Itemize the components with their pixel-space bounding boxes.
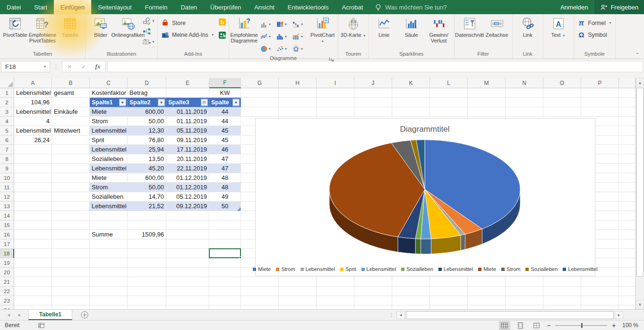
cell-C20[interactable] bbox=[90, 268, 128, 277]
cell-A14[interactable] bbox=[14, 211, 52, 220]
cell-C17[interactable] bbox=[90, 239, 128, 249]
cell-F1[interactable]: KW bbox=[209, 88, 241, 98]
filter-button-spalte[interactable]: ▼ bbox=[232, 99, 240, 106]
cell-K21[interactable] bbox=[392, 277, 430, 287]
histogram-chart-button[interactable]: ▼ bbox=[276, 30, 292, 42]
cell-E4[interactable]: 01.11.2019 bbox=[166, 117, 209, 126]
cell-L2[interactable] bbox=[430, 98, 468, 107]
row-header-5[interactable]: 5 bbox=[0, 126, 14, 135]
cell-D9[interactable]: 45,20 bbox=[128, 164, 166, 173]
cell-B10[interactable] bbox=[52, 173, 90, 183]
cell-B4[interactable] bbox=[52, 117, 90, 126]
cell-B7[interactable] bbox=[52, 145, 90, 154]
cell-F6[interactable]: 45 bbox=[209, 135, 241, 145]
cell-I23[interactable] bbox=[317, 296, 354, 305]
formula-input[interactable] bbox=[107, 61, 643, 72]
cell-E12[interactable]: 05.12.2019 bbox=[166, 192, 209, 202]
cell-D19[interactable] bbox=[128, 258, 166, 268]
cell-I1[interactable] bbox=[317, 88, 354, 98]
cell-B13[interactable] bbox=[52, 202, 90, 211]
cell-B24[interactable] bbox=[52, 305, 90, 309]
column-header-h[interactable]: H bbox=[279, 78, 317, 88]
cell-N23[interactable] bbox=[506, 296, 543, 305]
cell-L21[interactable] bbox=[430, 277, 468, 287]
cell-C2[interactable]: Spalte1▼ bbox=[90, 98, 128, 107]
cell-N22[interactable] bbox=[506, 287, 543, 296]
cell-A22[interactable] bbox=[14, 287, 52, 296]
cell-L24[interactable] bbox=[430, 305, 468, 309]
cell-A18[interactable] bbox=[14, 249, 52, 258]
cell-A17[interactable] bbox=[14, 239, 52, 249]
cell-I3[interactable] bbox=[317, 107, 354, 117]
cell-H1[interactable] bbox=[279, 88, 317, 98]
cell-C16[interactable]: Summe bbox=[90, 230, 128, 239]
pie-chart-object[interactable]: DiagrammtitelMieteStromLebensmittelSprit… bbox=[255, 118, 595, 276]
page-layout-view-button[interactable] bbox=[515, 321, 526, 330]
zoom-slider[interactable] bbox=[555, 325, 607, 326]
zoom-slider-thumb[interactable] bbox=[581, 323, 583, 328]
name-box-dropdown-icon[interactable]: ▼ bbox=[43, 65, 50, 69]
cell-E22[interactable] bbox=[166, 287, 209, 296]
cell-E18[interactable] bbox=[166, 249, 209, 258]
cell-D4[interactable]: 50,00 bbox=[128, 117, 166, 126]
cell-B22[interactable] bbox=[52, 287, 90, 296]
cell-O21[interactable] bbox=[543, 277, 581, 287]
cell-N3[interactable] bbox=[506, 107, 543, 117]
cell-K23[interactable] bbox=[392, 296, 430, 305]
cell-D16[interactable]: 1509,96 bbox=[128, 230, 166, 239]
cell-D20[interactable] bbox=[128, 268, 166, 277]
cell-E19[interactable] bbox=[166, 258, 209, 268]
people-graph-button[interactable] bbox=[218, 31, 226, 41]
cell-B2[interactable] bbox=[52, 98, 90, 107]
cell-F3[interactable]: 44 bbox=[209, 107, 241, 117]
cell-A7[interactable] bbox=[14, 145, 52, 154]
cell-A8[interactable] bbox=[14, 154, 52, 164]
filter-button-spalte2[interactable]: ▼ bbox=[158, 99, 165, 106]
cell-D2[interactable]: Spalte2▼ bbox=[128, 98, 166, 107]
cell-G24[interactable] bbox=[241, 305, 279, 309]
cell-F24[interactable] bbox=[209, 305, 241, 309]
cell-P1[interactable] bbox=[581, 88, 619, 98]
gewinn-verlust-button[interactable]: Gewinn/Verlust bbox=[425, 15, 453, 43]
fill-handle[interactable] bbox=[239, 256, 241, 259]
cell-E23[interactable] bbox=[166, 296, 209, 305]
dialog-launcher-button[interactable] bbox=[328, 56, 336, 66]
column-header-e[interactable]: E bbox=[166, 78, 209, 88]
column-header-c[interactable]: C bbox=[90, 78, 128, 88]
cell-B17[interactable] bbox=[52, 239, 90, 249]
zoom-out-button[interactable]: − bbox=[547, 322, 551, 329]
cell-O24[interactable] bbox=[543, 305, 581, 309]
cell-D11[interactable]: 50,00 bbox=[128, 183, 166, 192]
row-header-8[interactable]: 8 bbox=[0, 154, 14, 164]
cancel-entry-button[interactable]: ✕ bbox=[62, 63, 77, 70]
row-header-15[interactable]: 15 bbox=[0, 220, 14, 230]
cell-M2[interactable] bbox=[468, 98, 506, 107]
cell-E7[interactable]: 17.11.2019 bbox=[166, 145, 209, 154]
tabbar-drag-handle[interactable]: ⋮ bbox=[387, 312, 395, 318]
link-button[interactable]: Link bbox=[514, 15, 541, 38]
cell-C21[interactable] bbox=[90, 277, 128, 287]
insert-function-button[interactable]: fx bbox=[91, 63, 105, 70]
cell-E21[interactable] bbox=[166, 277, 209, 287]
ribbon-tab-start[interactable]: Start bbox=[27, 0, 53, 14]
macro-record-icon[interactable] bbox=[38, 322, 45, 329]
ribbon-tab-daten[interactable]: Daten bbox=[174, 0, 204, 14]
cell-D12[interactable]: 14,70 bbox=[128, 192, 166, 202]
cell-C8[interactable]: Sozialleben bbox=[90, 154, 128, 164]
cell-I21[interactable] bbox=[317, 277, 354, 287]
cell-E6[interactable]: 09.11.2019 bbox=[166, 135, 209, 145]
column-header-i[interactable]: I bbox=[317, 78, 354, 88]
cell-A11[interactable] bbox=[14, 183, 52, 192]
cell-G1[interactable] bbox=[241, 88, 279, 98]
cell-H22[interactable] bbox=[279, 287, 317, 296]
line-chart-button[interactable]: ▼ bbox=[260, 30, 276, 42]
cell-E5[interactable]: 05.11.2019 bbox=[166, 126, 209, 135]
new-sheet-button[interactable] bbox=[76, 310, 93, 320]
pivotchart-button[interactable]: PivotChart ▼ bbox=[309, 15, 336, 44]
column-header-d[interactable]: D bbox=[128, 78, 166, 88]
cell-B1[interactable]: gesamt bbox=[52, 88, 90, 98]
cell-P24[interactable] bbox=[581, 305, 619, 309]
cell-F5[interactable]: 45 bbox=[209, 126, 241, 135]
empfohlene-diagramme-button[interactable]: ?Empfohlene Diagramme bbox=[231, 15, 258, 43]
cell-F8[interactable]: 47 bbox=[209, 154, 241, 164]
